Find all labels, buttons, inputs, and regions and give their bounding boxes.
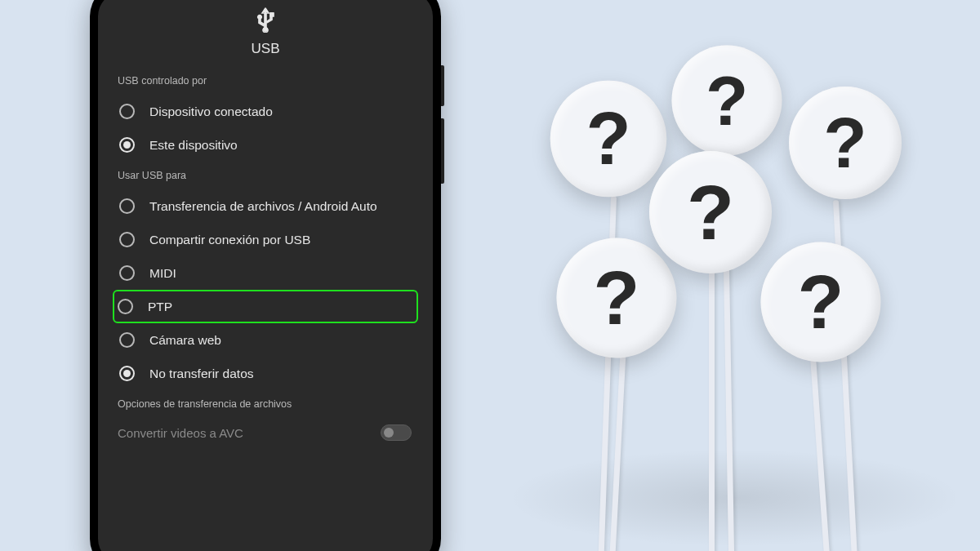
usb-settings-screen: USB USB controlado por Dispositivo conec… bbox=[98, 0, 433, 551]
toggle-switch[interactable] bbox=[381, 424, 412, 441]
radio-icon bbox=[119, 104, 135, 119]
radio-label: Cámara web bbox=[149, 333, 221, 348]
radio-label: Transferencia de archivos / Android Auto bbox=[149, 199, 377, 214]
radio-no-data[interactable]: No transferir datos bbox=[114, 357, 416, 390]
radio-usb-tethering[interactable]: Compartir conexión por USB bbox=[114, 223, 416, 256]
phone-side-button bbox=[441, 118, 444, 184]
question-signs-illustration: ? ? ? ? ? ? bbox=[523, 33, 947, 539]
question-mark-icon: ? bbox=[706, 60, 748, 140]
radio-icon bbox=[119, 265, 135, 281]
sign-stick bbox=[709, 269, 715, 551]
toggle-label: Convertir videos a AVC bbox=[118, 426, 243, 440]
question-sign: ? bbox=[649, 151, 772, 273]
question-mark-icon: ? bbox=[594, 255, 640, 342]
radio-this-device[interactable]: Este dispositivo bbox=[114, 128, 416, 162]
radio-icon bbox=[119, 366, 135, 381]
radio-icon bbox=[119, 232, 135, 247]
header: USB bbox=[114, 7, 416, 57]
radio-midi[interactable]: MIDI bbox=[114, 256, 416, 290]
radio-label: MIDI bbox=[149, 266, 176, 281]
radio-label: PTP bbox=[148, 300, 172, 314]
question-mark-icon: ? bbox=[687, 168, 734, 257]
toggle-convert-avc-row[interactable]: Convertir videos a AVC bbox=[114, 418, 416, 444]
section-label-controlled-by: USB controlado por bbox=[118, 75, 416, 87]
svg-rect-1 bbox=[270, 12, 274, 16]
radio-file-transfer[interactable]: Transferencia de archivos / Android Auto bbox=[114, 189, 416, 223]
radio-icon bbox=[119, 137, 135, 153]
question-mark-icon: ? bbox=[798, 259, 844, 346]
question-sign: ? bbox=[557, 238, 677, 358]
radio-label: Este dispositivo bbox=[149, 138, 238, 153]
section-label-use-for: Usar USB para bbox=[118, 170, 416, 181]
usb-icon bbox=[255, 7, 276, 36]
question-sign: ? bbox=[550, 81, 667, 198]
radio-icon bbox=[118, 299, 133, 314]
phone-frame: USB USB controlado por Dispositivo conec… bbox=[90, 0, 441, 551]
radio-label: No transferir datos bbox=[149, 367, 254, 381]
radio-webcam[interactable]: Cámara web bbox=[114, 323, 416, 357]
section-label-file-options: Opciones de transferencia de archivos bbox=[118, 398, 416, 410]
radio-label: Dispositivo conectado bbox=[149, 104, 273, 119]
question-mark-icon: ? bbox=[586, 96, 630, 181]
page-title: USB bbox=[114, 41, 416, 57]
radio-icon bbox=[119, 198, 135, 214]
phone-side-button bbox=[441, 65, 444, 106]
sign-stick bbox=[608, 355, 626, 551]
radio-label: Compartir conexión por USB bbox=[149, 233, 310, 247]
radio-icon bbox=[119, 332, 135, 348]
svg-rect-3 bbox=[265, 11, 266, 29]
sign-stick bbox=[810, 359, 832, 551]
radio-ptp[interactable]: PTP bbox=[113, 290, 418, 323]
question-sign: ? bbox=[672, 46, 782, 156]
question-sign: ? bbox=[761, 242, 881, 362]
question-mark-icon: ? bbox=[823, 102, 866, 184]
radio-connected-device[interactable]: Dispositivo conectado bbox=[114, 95, 416, 128]
question-sign: ? bbox=[789, 87, 902, 199]
svg-point-0 bbox=[258, 16, 262, 20]
